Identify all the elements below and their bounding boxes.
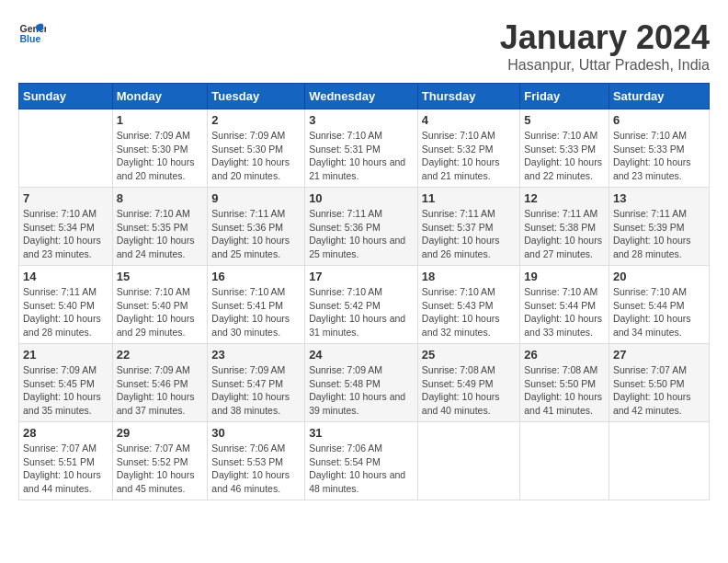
calendar-table: Sunday Monday Tuesday Wednesday Thursday… bbox=[18, 83, 710, 500]
day-info: Sunrise: 7:10 AM Sunset: 5:40 PM Dayligh… bbox=[117, 285, 204, 339]
table-row: 10Sunrise: 7:11 AM Sunset: 5:36 PM Dayli… bbox=[305, 188, 418, 266]
col-wednesday: Wednesday bbox=[305, 84, 418, 109]
calendar-week-row: 14Sunrise: 7:11 AM Sunset: 5:40 PM Dayli… bbox=[19, 266, 710, 344]
day-number: 30 bbox=[211, 426, 301, 440]
day-info: Sunrise: 7:10 AM Sunset: 5:44 PM Dayligh… bbox=[524, 285, 605, 339]
day-number: 1 bbox=[117, 113, 204, 127]
day-number: 18 bbox=[422, 270, 516, 283]
day-number: 31 bbox=[309, 426, 414, 440]
table-row: 24Sunrise: 7:09 AM Sunset: 5:48 PM Dayli… bbox=[305, 344, 418, 422]
table-row: 11Sunrise: 7:11 AM Sunset: 5:37 PM Dayli… bbox=[417, 188, 519, 266]
calendar-week-row: 7Sunrise: 7:10 AM Sunset: 5:34 PM Daylig… bbox=[19, 188, 710, 266]
day-info: Sunrise: 7:11 AM Sunset: 5:36 PM Dayligh… bbox=[211, 207, 301, 261]
table-row bbox=[19, 109, 113, 188]
table-row: 1Sunrise: 7:09 AM Sunset: 5:30 PM Daylig… bbox=[112, 109, 208, 188]
calendar-week-row: 1Sunrise: 7:09 AM Sunset: 5:30 PM Daylig… bbox=[19, 109, 710, 188]
day-number: 4 bbox=[422, 113, 516, 127]
day-number: 7 bbox=[23, 191, 108, 205]
table-row: 20Sunrise: 7:10 AM Sunset: 5:44 PM Dayli… bbox=[609, 266, 709, 344]
page-title: January 2024 bbox=[500, 18, 710, 57]
day-number: 13 bbox=[613, 191, 705, 205]
table-row: 15Sunrise: 7:10 AM Sunset: 5:40 PM Dayli… bbox=[112, 266, 208, 344]
day-info: Sunrise: 7:10 AM Sunset: 5:32 PM Dayligh… bbox=[422, 129, 516, 183]
day-info: Sunrise: 7:07 AM Sunset: 5:51 PM Dayligh… bbox=[23, 442, 108, 496]
table-row: 16Sunrise: 7:10 AM Sunset: 5:41 PM Dayli… bbox=[208, 266, 305, 344]
table-row bbox=[609, 422, 709, 500]
day-number: 17 bbox=[309, 270, 414, 283]
day-number: 8 bbox=[117, 191, 204, 205]
day-number: 24 bbox=[309, 348, 414, 362]
day-number: 10 bbox=[309, 191, 414, 205]
table-row: 2Sunrise: 7:09 AM Sunset: 5:30 PM Daylig… bbox=[208, 109, 305, 188]
day-info: Sunrise: 7:09 AM Sunset: 5:30 PM Dayligh… bbox=[117, 129, 204, 183]
col-thursday: Thursday bbox=[417, 84, 519, 109]
day-info: Sunrise: 7:10 AM Sunset: 5:34 PM Dayligh… bbox=[23, 207, 108, 261]
table-row: 26Sunrise: 7:08 AM Sunset: 5:50 PM Dayli… bbox=[520, 344, 609, 422]
table-row: 19Sunrise: 7:10 AM Sunset: 5:44 PM Dayli… bbox=[520, 266, 609, 344]
col-friday: Friday bbox=[520, 84, 609, 109]
logo-icon: General Blue bbox=[18, 18, 46, 46]
table-row: 12Sunrise: 7:11 AM Sunset: 5:38 PM Dayli… bbox=[520, 188, 609, 266]
day-info: Sunrise: 7:10 AM Sunset: 5:42 PM Dayligh… bbox=[309, 285, 414, 339]
day-info: Sunrise: 7:10 AM Sunset: 5:41 PM Dayligh… bbox=[211, 285, 301, 339]
day-info: Sunrise: 7:11 AM Sunset: 5:36 PM Dayligh… bbox=[309, 207, 414, 261]
table-row bbox=[417, 422, 519, 500]
table-row: 3Sunrise: 7:10 AM Sunset: 5:31 PM Daylig… bbox=[305, 109, 418, 188]
day-number: 12 bbox=[524, 191, 605, 205]
day-info: Sunrise: 7:10 AM Sunset: 5:43 PM Dayligh… bbox=[422, 285, 516, 339]
table-row: 8Sunrise: 7:10 AM Sunset: 5:35 PM Daylig… bbox=[112, 188, 208, 266]
day-info: Sunrise: 7:06 AM Sunset: 5:54 PM Dayligh… bbox=[309, 442, 414, 496]
day-info: Sunrise: 7:10 AM Sunset: 5:35 PM Dayligh… bbox=[117, 207, 204, 261]
day-info: Sunrise: 7:10 AM Sunset: 5:44 PM Dayligh… bbox=[613, 285, 705, 339]
day-number: 26 bbox=[524, 348, 605, 362]
table-row bbox=[520, 422, 609, 500]
page-header: General Blue January 2024 Hasanpur, Utta… bbox=[18, 18, 710, 74]
day-info: Sunrise: 7:10 AM Sunset: 5:33 PM Dayligh… bbox=[613, 129, 705, 183]
day-info: Sunrise: 7:09 AM Sunset: 5:48 PM Dayligh… bbox=[309, 363, 414, 418]
table-row: 30Sunrise: 7:06 AM Sunset: 5:53 PM Dayli… bbox=[208, 422, 305, 500]
day-number: 5 bbox=[524, 113, 605, 127]
day-info: Sunrise: 7:06 AM Sunset: 5:53 PM Dayligh… bbox=[211, 442, 301, 496]
page-subtitle: Hasanpur, Uttar Pradesh, India bbox=[500, 57, 710, 74]
day-number: 6 bbox=[613, 113, 705, 127]
day-number: 15 bbox=[117, 270, 204, 283]
table-row: 21Sunrise: 7:09 AM Sunset: 5:45 PM Dayli… bbox=[19, 344, 113, 422]
day-number: 25 bbox=[422, 348, 516, 362]
day-info: Sunrise: 7:08 AM Sunset: 5:49 PM Dayligh… bbox=[422, 363, 516, 418]
day-number: 28 bbox=[23, 426, 108, 440]
day-info: Sunrise: 7:11 AM Sunset: 5:38 PM Dayligh… bbox=[524, 207, 605, 261]
col-saturday: Saturday bbox=[609, 84, 709, 109]
table-row: 27Sunrise: 7:07 AM Sunset: 5:50 PM Dayli… bbox=[609, 344, 709, 422]
table-row: 6Sunrise: 7:10 AM Sunset: 5:33 PM Daylig… bbox=[609, 109, 709, 188]
day-info: Sunrise: 7:09 AM Sunset: 5:30 PM Dayligh… bbox=[211, 129, 301, 183]
day-info: Sunrise: 7:11 AM Sunset: 5:39 PM Dayligh… bbox=[613, 207, 705, 261]
table-row: 13Sunrise: 7:11 AM Sunset: 5:39 PM Dayli… bbox=[609, 188, 709, 266]
logo: General Blue bbox=[18, 18, 46, 46]
day-info: Sunrise: 7:11 AM Sunset: 5:40 PM Dayligh… bbox=[23, 285, 108, 339]
svg-text:Blue: Blue bbox=[20, 33, 41, 44]
day-info: Sunrise: 7:10 AM Sunset: 5:31 PM Dayligh… bbox=[309, 129, 414, 183]
day-number: 20 bbox=[613, 270, 705, 283]
day-info: Sunrise: 7:09 AM Sunset: 5:46 PM Dayligh… bbox=[117, 363, 204, 418]
day-number: 11 bbox=[422, 191, 516, 205]
day-info: Sunrise: 7:11 AM Sunset: 5:37 PM Dayligh… bbox=[422, 207, 516, 261]
table-row: 23Sunrise: 7:09 AM Sunset: 5:47 PM Dayli… bbox=[208, 344, 305, 422]
day-number: 3 bbox=[309, 113, 414, 127]
col-monday: Monday bbox=[112, 84, 208, 109]
table-row: 25Sunrise: 7:08 AM Sunset: 5:49 PM Dayli… bbox=[417, 344, 519, 422]
title-area: January 2024 Hasanpur, Uttar Pradesh, In… bbox=[500, 18, 710, 74]
table-row: 17Sunrise: 7:10 AM Sunset: 5:42 PM Dayli… bbox=[305, 266, 418, 344]
table-row: 22Sunrise: 7:09 AM Sunset: 5:46 PM Dayli… bbox=[112, 344, 208, 422]
day-number: 23 bbox=[211, 348, 301, 362]
table-row: 5Sunrise: 7:10 AM Sunset: 5:33 PM Daylig… bbox=[520, 109, 609, 188]
day-info: Sunrise: 7:07 AM Sunset: 5:52 PM Dayligh… bbox=[117, 442, 204, 496]
table-row: 9Sunrise: 7:11 AM Sunset: 5:36 PM Daylig… bbox=[208, 188, 305, 266]
table-row: 18Sunrise: 7:10 AM Sunset: 5:43 PM Dayli… bbox=[417, 266, 519, 344]
day-info: Sunrise: 7:09 AM Sunset: 5:47 PM Dayligh… bbox=[211, 363, 301, 418]
day-number: 29 bbox=[117, 426, 204, 440]
table-row: 7Sunrise: 7:10 AM Sunset: 5:34 PM Daylig… bbox=[19, 188, 113, 266]
table-row: 14Sunrise: 7:11 AM Sunset: 5:40 PM Dayli… bbox=[19, 266, 113, 344]
table-row: 29Sunrise: 7:07 AM Sunset: 5:52 PM Dayli… bbox=[112, 422, 208, 500]
day-number: 22 bbox=[117, 348, 204, 362]
calendar-header-row: Sunday Monday Tuesday Wednesday Thursday… bbox=[19, 84, 710, 109]
